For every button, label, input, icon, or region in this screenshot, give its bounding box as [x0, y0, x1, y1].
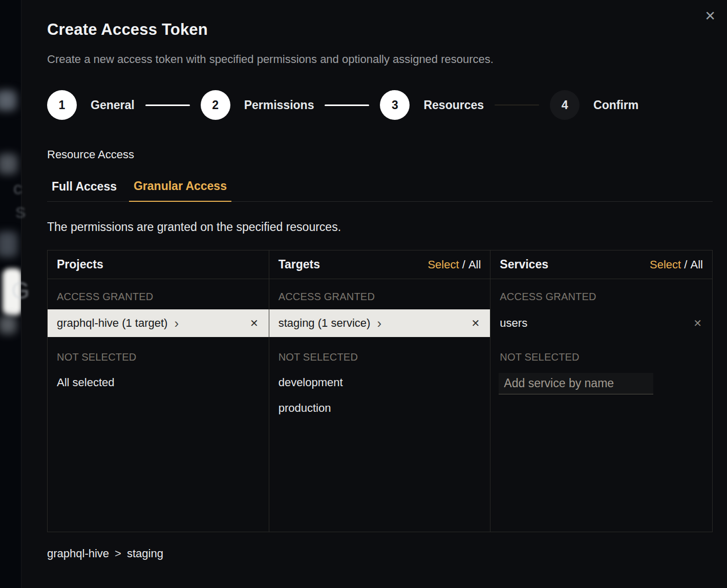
step-general[interactable]: 1 General [47, 90, 135, 120]
remove-target-icon[interactable]: ✕ [471, 317, 481, 329]
services-all-link[interactable]: All [691, 258, 703, 271]
select-all-separator: / [459, 258, 468, 271]
backdrop-page-strip [0, 0, 21, 588]
not-selected-label: NOT SELECTED [269, 337, 490, 370]
step-number-circle: 3 [380, 90, 410, 120]
breadcrumb-target[interactable]: staging [127, 547, 163, 560]
not-selected-label: NOT SELECTED [48, 337, 269, 370]
backdrop-blur-blob [0, 316, 16, 334]
page-title: Create Access Token [47, 20, 713, 39]
access-granted-label: ACCESS GRANTED [269, 279, 490, 309]
access-granted-label: ACCESS GRANTED [48, 279, 269, 309]
step-label: Permissions [244, 98, 314, 112]
granular-access-description: The permissions are granted on the speci… [47, 220, 713, 234]
step-label: Confirm [593, 98, 638, 112]
column-title: Projects [57, 258, 103, 271]
targets-column: Targets Select / All ACCESS GRANTED stag… [269, 250, 491, 532]
column-title: Services [500, 258, 548, 271]
granted-project-name: graphql-hive (1 target) [57, 317, 167, 330]
add-service-input[interactable] [499, 373, 653, 394]
backdrop-blur-blob [0, 232, 17, 257]
targets-select-all: Select / All [427, 258, 481, 271]
services-column-header: Services Select / All [490, 250, 712, 279]
target-option-production[interactable]: production [269, 395, 490, 421]
remove-project-icon[interactable]: ✕ [249, 317, 260, 329]
granted-target-name: staging (1 service) [279, 317, 371, 330]
projects-column: Projects ACCESS GRANTED graphql-hive (1 … [48, 250, 269, 532]
step-label: General [91, 98, 135, 112]
granted-service-name: users [500, 317, 527, 330]
target-option-development[interactable]: development [269, 370, 490, 395]
granted-project-row[interactable]: graphql-hive (1 target) › ✕ [48, 309, 269, 337]
granted-target-row[interactable]: staging (1 service) › ✕ [269, 309, 490, 337]
access-mode-tabs: Full Access Granular Access [47, 179, 713, 202]
resource-selector-table: Projects ACCESS GRANTED graphql-hive (1 … [47, 250, 713, 532]
targets-all-link[interactable]: All [468, 258, 481, 271]
targets-select-link[interactable]: Select [427, 258, 459, 271]
step-connector [145, 104, 190, 106]
step-resources[interactable]: 3 Resources [380, 90, 484, 120]
step-confirm[interactable]: 4 Confirm [550, 90, 638, 120]
tab-full-access[interactable]: Full Access [47, 179, 121, 201]
targets-column-header: Targets Select / All [269, 250, 490, 279]
projects-column-header: Projects [48, 250, 269, 279]
services-select-all: Select / All [650, 258, 703, 271]
column-title: Targets [279, 258, 320, 271]
step-permissions[interactable]: 2 Permissions [201, 90, 314, 120]
not-selected-label: NOT SELECTED [490, 337, 712, 370]
close-icon[interactable]: ✕ [701, 6, 719, 26]
services-column: Services Select / All ACCESS GRANTED use… [490, 250, 712, 532]
projects-all-selected-note: All selected [48, 370, 269, 395]
modal-subtitle: Create a new access token with specified… [47, 53, 713, 66]
create-access-token-modal: ✕ Create Access Token Create a new acces… [21, 0, 727, 588]
step-connector [495, 104, 539, 106]
backdrop-blur-card [3, 268, 22, 316]
access-granted-label: ACCESS GRANTED [490, 279, 712, 309]
breadcrumb: graphql-hive > staging [47, 547, 713, 560]
granted-service-row[interactable]: users ✕ [490, 309, 712, 337]
stepper: 1 General 2 Permissions 3 Resources 4 Co… [47, 90, 713, 120]
tab-granular-access[interactable]: Granular Access [129, 179, 231, 202]
step-label: Resources [423, 98, 484, 112]
step-connector [325, 104, 369, 106]
chevron-right-icon: › [377, 317, 381, 330]
select-all-separator: / [681, 258, 690, 271]
services-select-link[interactable]: Select [650, 258, 681, 271]
backdrop-blur-blob [0, 90, 16, 111]
resource-access-heading: Resource Access [47, 148, 713, 161]
step-number-circle: 2 [201, 90, 230, 120]
breadcrumb-project[interactable]: graphql-hive [47, 547, 109, 560]
step-number-circle: 4 [550, 90, 580, 120]
remove-service-icon[interactable]: ✕ [692, 317, 703, 329]
step-number-circle: 1 [47, 90, 77, 120]
breadcrumb-separator: > [115, 547, 121, 560]
chevron-right-icon: › [174, 317, 179, 330]
backdrop-blur-blob [0, 154, 17, 174]
